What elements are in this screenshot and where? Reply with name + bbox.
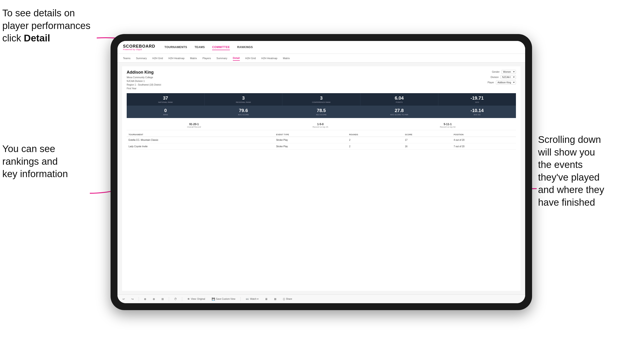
stat-sos: -19.71 SoS	[438, 93, 516, 106]
share-label: Share	[286, 298, 292, 300]
tab-matrix2[interactable]: Matrix	[283, 56, 290, 60]
stats-row-1: 37 National Rank 3 Regional Rank 3 Confe…	[127, 93, 516, 106]
share-btn[interactable]: ⟨⟩ Share	[282, 297, 294, 301]
player-name: Addison King	[127, 70, 161, 75]
gender-filter-row: Gender Women	[492, 70, 516, 74]
top-nav: SCOREBOARD Powered by clippd TOURNAMENTS…	[118, 41, 525, 54]
stats-row-2: 0 Wins 79.6 Avg Score 78.5 Adj Score 2	[127, 106, 516, 118]
position-1: 4 out of 20	[452, 137, 516, 143]
toolbar-btn-1[interactable]: ⊕	[142, 297, 148, 301]
toolbar-separator-4	[240, 297, 241, 301]
stat-national-rank: 37 National Rank	[127, 93, 204, 106]
avg-score-par-label: Avg Score to Par	[362, 114, 436, 116]
avg-score-label: Avg Score	[206, 114, 280, 116]
stat-avg-sg: -10.14 Avg SG	[438, 106, 516, 118]
tournament-name-1: Estella CC- Mountain Classic	[127, 137, 274, 143]
nav-teams[interactable]: TEAMS	[195, 45, 205, 50]
nav-rankings[interactable]: RANKINGS	[237, 45, 253, 50]
overall-record-label: Overall Record	[187, 126, 201, 128]
division-select[interactable]: NJCAA I	[500, 75, 516, 79]
overall-record-value: 91-20-1	[187, 123, 201, 126]
player-filters: Gender Women Division NJCAA I	[488, 70, 516, 84]
stat-adj-score: 78.5 Adj Score	[282, 106, 360, 118]
score-2: 16	[403, 143, 452, 150]
player-division: NJCAA Division 1	[127, 79, 161, 83]
avg-sg-label: Avg SG	[440, 114, 514, 116]
toolbar-btn-4[interactable]: ⏱	[173, 297, 178, 301]
player-select[interactable]: Addison King	[496, 81, 516, 84]
tablet-screen: SCOREBOARD Powered by clippd TOURNAMENTS…	[118, 41, 525, 303]
toolbar-separator-3	[182, 297, 182, 301]
regional-rank-value: 3	[206, 95, 280, 101]
national-rank-label: National Rank	[128, 101, 202, 103]
main-content: Addison King Mesa Community College NJCA…	[118, 63, 525, 295]
tab-h2h-grid[interactable]: H2H Grid	[152, 56, 163, 60]
expand-icon: ⊠	[274, 298, 276, 301]
rounds-2: 2	[347, 143, 403, 150]
toolbar-separator-1	[139, 297, 139, 301]
points-value: 6.04	[362, 95, 436, 101]
col-rounds: Rounds	[347, 133, 403, 137]
player-college: Mesa Community College	[127, 76, 161, 79]
view-original-label: View: Original	[191, 298, 205, 300]
gender-select[interactable]: Women	[502, 70, 516, 74]
top50-record-value: 5-11-1	[440, 123, 456, 126]
record-top25: 1-5-0 Record vs top 25	[312, 123, 328, 128]
toolbar-btn-3[interactable]: ⊞	[160, 297, 165, 301]
tablet-frame: SCOREBOARD Powered by clippd TOURNAMENTS…	[110, 34, 532, 310]
stat-avg-score-par: 27.8 Avg Score to Par	[360, 106, 438, 118]
toolbar-redo[interactable]: ↪	[130, 297, 135, 301]
event-type-1: Stroke Play	[274, 137, 347, 143]
tournament-name-2: Lady Coyote Invite	[127, 143, 274, 150]
tab-players[interactable]: Players	[202, 56, 211, 60]
avg-score-value: 79.6	[206, 108, 280, 113]
main-nav: TOURNAMENTS TEAMS COMMITTEE RANKINGS	[164, 45, 253, 50]
adj-score-label: Adj Score	[284, 114, 358, 116]
logo-area: SCOREBOARD Powered by clippd	[123, 44, 155, 51]
zoom-in-icon: ⊕	[144, 298, 146, 301]
annotation-bottom-left: You can see rankings and key information	[2, 143, 90, 180]
toolbar-undo[interactable]: ↩	[121, 297, 126, 301]
event-type-2: Stroke Play	[274, 143, 347, 150]
toolbar-btn-2[interactable]: ⊗	[151, 297, 156, 301]
tab-detail[interactable]: Detail	[233, 56, 240, 61]
redo-icon: ↪	[131, 298, 134, 301]
expand-btn[interactable]: ⊠	[273, 297, 278, 301]
zoom-out-icon: ⊗	[153, 298, 155, 301]
view-original-btn[interactable]: 👁 View: Original	[186, 297, 206, 301]
tab-h2h-grid2[interactable]: H2H Grid	[245, 56, 256, 60]
save-custom-view-btn[interactable]: 💾 Save Custom View	[210, 297, 237, 301]
nav-tournaments[interactable]: TOURNAMENTS	[164, 45, 187, 50]
player-region: Region 1 - Southwest (18) District	[127, 83, 161, 87]
tab-teams[interactable]: Teams	[123, 56, 130, 60]
player-filter-row: Player Addison King	[488, 81, 516, 84]
tab-summary[interactable]: Summary	[136, 56, 147, 60]
tab-h2h-heatmap2[interactable]: H2H Heatmap	[262, 56, 278, 60]
division-filter-row: Division NJCAA I	[490, 75, 516, 79]
avg-sg-value: -10.14	[440, 108, 514, 113]
table-row: Estella CC- Mountain Classic Stroke Play…	[127, 137, 516, 143]
tab-h2h-heatmap[interactable]: H2H Heatmap	[168, 56, 184, 60]
watch-btn[interactable]: 👀 Watch ▾	[244, 297, 260, 301]
screen-icon: 🖥	[265, 298, 268, 301]
top25-record-value: 1-5-0	[312, 123, 328, 126]
wins-value: 0	[128, 108, 202, 113]
avg-score-par-value: 27.8	[362, 108, 436, 113]
col-score: Score	[403, 133, 452, 137]
sos-label: SoS	[440, 101, 514, 103]
conference-rank-value: 3	[284, 95, 358, 101]
save-icon: 💾	[212, 298, 215, 301]
tournament-table: Tournament Event Type Rounds Score Posit…	[127, 133, 516, 150]
share-icon: ⟨⟩	[283, 298, 285, 301]
position-2: 7 out of 20	[452, 143, 516, 150]
stat-conference-rank: 3 Conference Rank	[282, 93, 360, 106]
table-row: Lady Coyote Invite Stroke Play 2 16 7 ou…	[127, 143, 516, 150]
tab-summary2[interactable]: Summary	[216, 56, 227, 60]
annotation-right: Scrolling down will show you the events …	[538, 133, 642, 209]
screen-btn[interactable]: 🖥	[264, 297, 269, 301]
tab-matrix[interactable]: Matrix	[190, 56, 197, 60]
nav-committee[interactable]: COMMITTEE	[212, 45, 230, 50]
col-event-type: Event Type	[274, 133, 347, 137]
col-position: Position	[452, 133, 516, 137]
adj-score-value: 78.5	[284, 108, 358, 113]
